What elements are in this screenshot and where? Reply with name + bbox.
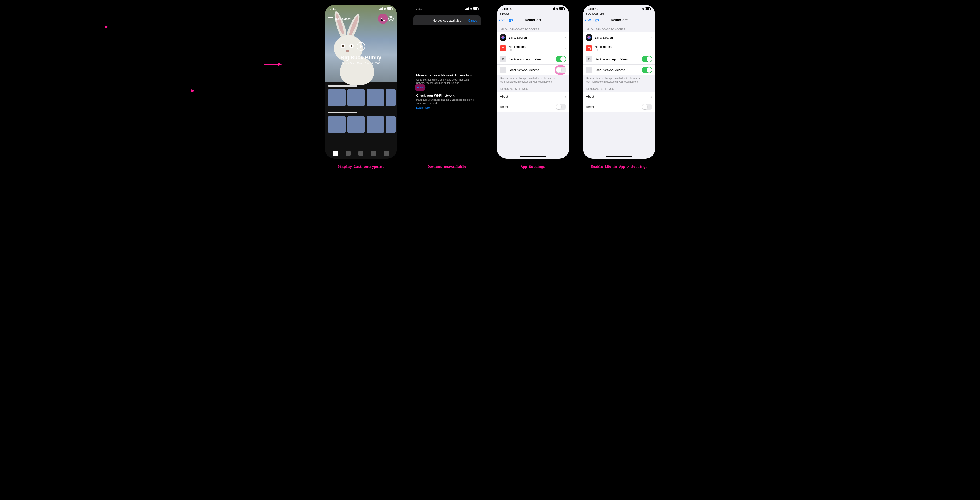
battery-icon: [387, 8, 392, 10]
lna-icon: [586, 67, 592, 73]
signal-icon: [552, 8, 555, 10]
section-header-app: DEMOCAST SETTINGS: [497, 84, 569, 92]
toggle-reset[interactable]: [556, 103, 566, 110]
status-time: 11:57➤: [502, 7, 512, 11]
siri-icon: [586, 34, 592, 41]
chevron-right-icon: ›: [651, 95, 652, 98]
row-notifications[interactable]: ▢ Notifications Off ›: [497, 43, 569, 54]
phone-no-devices: 9:41 ◈ No devices available Cancel Make …: [411, 5, 483, 159]
caption-1: Display Cast entrypoint: [337, 165, 384, 169]
row-notifications[interactable]: ▢ Notifications Off ›: [583, 43, 655, 54]
row-reset[interactable]: Reset: [583, 102, 655, 112]
caption-4: Enable LNA in App > Settings: [591, 165, 647, 169]
row-about[interactable]: About ›: [583, 92, 655, 102]
gear-icon: ⚙: [500, 56, 506, 62]
toggle-reset[interactable]: [642, 103, 652, 110]
row-about[interactable]: About ›: [497, 92, 569, 102]
lna-footer-note: Enabled to allow this app permission to …: [497, 75, 569, 84]
nav-title: DemoCast: [611, 18, 627, 22]
help-text-lna: Go to Settings on this phone and check t…: [416, 78, 478, 85]
chevron-left-icon: ‹: [499, 18, 500, 22]
tab-item[interactable]: [384, 151, 389, 156]
section-header-app: DEMOCAST SETTINGS: [583, 84, 655, 92]
notifications-icon: ▢: [500, 45, 506, 51]
lna-icon: [500, 67, 506, 73]
wifi-icon: ◈: [556, 8, 558, 10]
phone-settings-lna-on: 11:57➤ ◈ ◀ DemoCast app ‹Settings DemoCa…: [583, 5, 655, 159]
play-button[interactable]: [356, 42, 365, 51]
content-tile[interactable]: [386, 116, 396, 133]
toggle-bg-refresh[interactable]: [556, 56, 566, 62]
phone-settings-lna-off: 11:57➤ ◈ ◀ Search ‹Settings DemoCast ALL…: [497, 5, 569, 159]
battery-icon: [473, 8, 478, 10]
shelf-heading-placeholder: [328, 85, 357, 87]
row-reset[interactable]: Reset: [497, 102, 569, 112]
location-icon: ➤: [596, 8, 598, 10]
content-tile[interactable]: [367, 89, 384, 106]
content-tile[interactable]: [328, 116, 345, 133]
toggle-bg-refresh[interactable]: [642, 56, 652, 62]
breadcrumb-back[interactable]: ◀ Search: [497, 13, 569, 16]
chevron-right-icon: ›: [565, 46, 566, 50]
help-heading-lna: Make sure Local Network Access is on: [416, 73, 478, 77]
battery-icon: [559, 8, 564, 10]
battery-icon: [645, 8, 651, 10]
row-background-refresh[interactable]: ⚙ Background App Refresh: [583, 54, 655, 65]
hero-subtitle: Peach Open Movie Project, 2008: [325, 62, 397, 65]
tab-item[interactable]: [333, 151, 338, 156]
status-icons: ◈: [466, 8, 478, 10]
shelf-heading-placeholder: [328, 111, 357, 113]
status-time: 9:41: [416, 7, 422, 11]
row-siri-search[interactable]: Siri & Search ›: [497, 32, 569, 43]
section-header-access: ALLOW DEMOCAST TO ACCESS: [583, 24, 655, 32]
content-tile[interactable]: [386, 89, 396, 106]
breadcrumb-back[interactable]: ◀ DemoCast app: [583, 13, 655, 16]
nav-title: DemoCast: [525, 18, 541, 22]
nav-back[interactable]: ‹Settings: [585, 18, 599, 22]
toggle-lna[interactable]: [642, 67, 652, 73]
notifications-icon: ▢: [586, 45, 592, 51]
nav-back[interactable]: ‹Settings: [499, 18, 513, 22]
gear-icon: ⚙: [586, 56, 592, 62]
content-tile[interactable]: [367, 116, 384, 133]
phone-cast-entrypoint: 9:41 ◈ DemoCast: [325, 5, 397, 159]
tab-item[interactable]: [346, 151, 350, 156]
settings-link[interactable]: Settings: [416, 86, 426, 89]
row-local-network-access[interactable]: Local Network Access: [583, 65, 655, 75]
chevron-right-icon: ›: [565, 36, 566, 40]
wifi-icon: ◈: [384, 8, 386, 10]
tab-item[interactable]: [371, 151, 376, 156]
sheet-title: No devices available: [433, 19, 461, 22]
row-local-network-access[interactable]: Local Network Access: [497, 65, 569, 75]
status-time: 9:41: [329, 7, 336, 11]
cast-icon[interactable]: [380, 17, 385, 21]
tab-bar: [325, 151, 397, 156]
home-indicator[interactable]: [606, 156, 632, 157]
app-title: DemoCast: [335, 17, 350, 21]
hero-title: Big Buck Bunny: [325, 55, 397, 61]
status-time: 11:57➤: [588, 7, 598, 11]
content-tile[interactable]: [347, 89, 365, 106]
chevron-right-icon: ›: [651, 36, 652, 40]
caption-3: App Settings: [521, 165, 545, 169]
tab-item[interactable]: [358, 151, 363, 156]
toggle-lna[interactable]: [556, 67, 566, 73]
learn-more-link[interactable]: Learn more: [416, 106, 430, 109]
chevron-right-icon: ›: [651, 46, 652, 50]
content-tile[interactable]: [347, 116, 365, 133]
signal-icon: [379, 8, 383, 10]
chevron-left-icon: ‹: [585, 18, 586, 22]
caption-2: Devices unavailable: [428, 165, 466, 169]
content-tile[interactable]: [328, 89, 345, 106]
lna-footer-note: Enabled to allow this app permission to …: [583, 75, 655, 84]
account-icon[interactable]: [388, 16, 394, 21]
row-background-refresh[interactable]: ⚙ Background App Refresh: [497, 54, 569, 65]
signal-icon: [638, 8, 641, 10]
help-heading-wifi: Check your Wi-Fi network: [416, 94, 478, 97]
row-siri-search[interactable]: Siri & Search ›: [583, 32, 655, 43]
menu-icon[interactable]: [328, 19, 332, 19]
wifi-icon: ◈: [470, 8, 472, 10]
status-icons: ◈: [552, 8, 564, 10]
cancel-button[interactable]: Cancel: [468, 19, 478, 22]
home-indicator[interactable]: [520, 156, 546, 157]
